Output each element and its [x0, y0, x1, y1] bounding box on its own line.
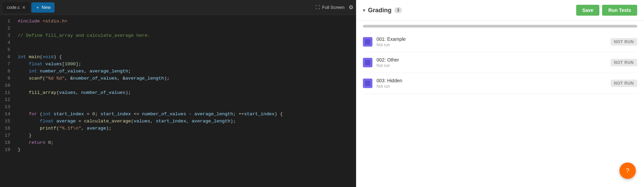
fullscreen-icon: ⛶ [316, 5, 320, 10]
test-info-001: 001: Example Not run [377, 36, 607, 47]
code-area[interactable]: #include <stdio.h> // Define fill_array … [12, 15, 356, 187]
code-line-10 [12, 82, 356, 89]
test-item-001[interactable]: 001: Example Not run NOT RUN [363, 32, 637, 52]
code-line-14: for (int start_index = 0; start_index <=… [12, 111, 356, 118]
code-line-1: #include <stdio.h> [12, 18, 356, 25]
code-line-9: scanf("%d %d", &number_of_values, &avera… [12, 75, 356, 82]
editor-content: 12345678910111213141516171819 #include <… [0, 15, 356, 187]
tab-close-icon[interactable]: ✕ [22, 5, 26, 10]
line-numbers: 12345678910111213141516171819 [0, 15, 12, 187]
not-run-badge-001: NOT RUN [611, 38, 637, 46]
test-name-001: 001: Example [377, 36, 607, 42]
plus-icon: ＋ [35, 4, 40, 11]
grading-header: ▾ Grading 3 Save Run Tests [356, 0, 644, 21]
test-substatus-002: Not run [377, 63, 607, 68]
editor-tabs: code.c ✕ ＋ New ⛶ Full Screen ⚙ [0, 0, 356, 15]
grading-actions: Save Run Tests [576, 5, 637, 16]
test-substatus-003: Not run [377, 84, 607, 89]
code-line-15: float average = calculate_average(values… [12, 118, 356, 125]
file-tab[interactable]: code.c ✕ [3, 2, 30, 13]
grading-count-badge: 3 [394, 7, 402, 13]
code-line-3: // Define fill_array and calculate_avera… [12, 32, 356, 39]
fullscreen-label: Full Screen [322, 5, 344, 10]
test-info-003: 003: Hidden Not run [377, 78, 607, 89]
test-substatus-001: Not run [377, 42, 607, 47]
new-tab-button[interactable]: ＋ New [31, 2, 55, 13]
save-button[interactable]: Save [576, 5, 600, 16]
settings-button[interactable]: ⚙ [349, 4, 353, 11]
code-line-5 [12, 46, 356, 53]
code-line-4 [12, 39, 356, 46]
test-list: 001: Example Not run NOT RUN 002: Other … [356, 28, 644, 98]
test-icon-003 [363, 79, 372, 88]
grading-panel: ▾ Grading 3 Save Run Tests 001: Example … [356, 0, 644, 187]
chevron-down-icon[interactable]: ▾ [363, 7, 365, 13]
fullscreen-button[interactable]: ⛶ Full Screen [316, 5, 344, 10]
chat-icon: ? [626, 167, 629, 174]
code-line-2 [12, 25, 356, 32]
progress-bar [363, 25, 637, 28]
chat-button[interactable]: ? [619, 163, 636, 179]
editor-toolbar-right: ⛶ Full Screen ⚙ [316, 4, 353, 11]
code-line-17: } [12, 132, 356, 139]
not-run-badge-003: NOT RUN [611, 80, 637, 87]
test-name-003: 003: Hidden [377, 78, 607, 83]
test-name-002: 002: Other [377, 57, 607, 63]
code-line-8: int number_of_values, average_length; [12, 68, 356, 75]
test-item-003[interactable]: 003: Hidden Not run NOT RUN [363, 73, 637, 94]
new-tab-label: New [42, 5, 50, 10]
run-tests-button[interactable]: Run Tests [602, 5, 637, 16]
code-line-12 [12, 96, 356, 103]
tab-filename: code.c [7, 5, 20, 10]
code-line-19: } [12, 146, 356, 153]
code-line-13 [12, 103, 356, 111]
code-line-7: float values[1000]; [12, 61, 356, 68]
code-line-18: return 0; [12, 139, 356, 146]
editor-panel: code.c ✕ ＋ New ⛶ Full Screen ⚙ 123456789… [0, 0, 356, 187]
grading-title: Grading [368, 7, 392, 14]
test-info-002: 002: Other Not run [377, 57, 607, 68]
code-line-11: fill_array(values, number_of_values); [12, 89, 356, 96]
test-icon-001 [363, 37, 372, 47]
not-run-badge-002: NOT RUN [611, 59, 637, 66]
code-line-6: int main(void) { [12, 53, 356, 61]
test-icon-002 [363, 58, 372, 67]
code-line-16: printf("%.1f\n", average); [12, 125, 356, 132]
test-item-002[interactable]: 002: Other Not run NOT RUN [363, 52, 637, 73]
